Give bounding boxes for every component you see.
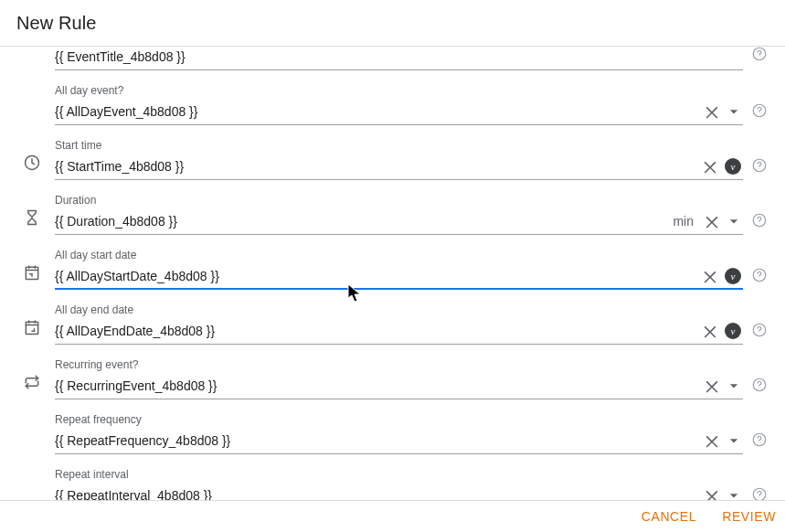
all-day-end-date-input[interactable]: {{ AllDayEndDate_4b8d08 }} (55, 324, 697, 338)
field-label: Duration (55, 194, 743, 207)
all-day-start-date-input[interactable]: {{ AllDayStartDate_4b8d08 }} (55, 269, 697, 283)
clock-icon (23, 154, 41, 175)
svg-point-11 (759, 278, 760, 279)
close-icon[interactable] (703, 486, 721, 501)
svg-point-6 (759, 168, 760, 169)
event-title-input[interactable]: {{ EventTitle_4b8d08 }} (55, 49, 743, 64)
form-body: {{ EventTitle_4b8d08 }} All day event? {… (0, 47, 785, 500)
help-icon[interactable] (751, 102, 768, 122)
variable-chip-icon[interactable]: v (725, 323, 741, 339)
svg-point-1 (759, 57, 760, 58)
variable-chip-icon[interactable]: v (725, 158, 741, 175)
help-icon[interactable] (751, 377, 768, 396)
svg-rect-9 (26, 267, 37, 279)
close-icon[interactable] (703, 212, 721, 230)
help-icon[interactable] (751, 322, 768, 341)
help-icon[interactable] (751, 212, 768, 231)
page-title: New Rule (16, 13, 97, 34)
repeat-icon (23, 373, 41, 394)
field-label: Repeat interval (55, 468, 743, 481)
svg-point-8 (759, 223, 760, 224)
field-label: Recurring event? (55, 358, 743, 371)
start-time-input[interactable]: {{ StartTime_4b8d08 }} (55, 159, 697, 174)
svg-point-20 (759, 497, 760, 498)
calendar-start-icon (23, 263, 41, 284)
field-label: All day start date (55, 249, 743, 261)
repeat-frequency-input[interactable]: {{ RepeatFrequency_4b8d08 }} (55, 433, 699, 448)
duration-unit-label: min (673, 214, 694, 229)
review-button[interactable]: REVIEW (718, 504, 780, 529)
help-icon[interactable] (751, 431, 768, 451)
help-icon[interactable] (751, 47, 768, 65)
close-icon[interactable] (703, 431, 721, 450)
field-label: Repeat frequency (55, 413, 743, 426)
close-icon[interactable] (701, 157, 719, 176)
svg-point-3 (759, 113, 760, 114)
help-icon[interactable] (751, 486, 768, 500)
svg-point-14 (759, 333, 760, 334)
field-label: Start time (55, 139, 743, 152)
field-label: All day event? (55, 84, 743, 97)
chevron-down-icon[interactable] (725, 486, 743, 501)
hourglass-icon (23, 208, 41, 229)
close-icon[interactable] (701, 267, 719, 285)
help-icon[interactable] (751, 157, 768, 176)
close-icon[interactable] (703, 102, 721, 121)
chevron-down-icon[interactable] (725, 431, 743, 450)
variable-chip-icon[interactable]: v (725, 268, 741, 284)
all-day-event-input[interactable]: {{ AllDayEvent_4b8d08 }} (55, 104, 699, 119)
chevron-down-icon[interactable] (725, 377, 743, 395)
recurring-event-input[interactable]: {{ RecurringEvent_4b8d08 }} (55, 378, 699, 393)
svg-rect-12 (26, 322, 37, 334)
svg-point-16 (759, 388, 760, 388)
calendar-end-icon (23, 318, 41, 339)
close-icon[interactable] (701, 322, 719, 340)
repeat-interval-input[interactable]: {{ RepeatInterval_4b8d08 }} (55, 488, 699, 501)
chevron-down-icon[interactable] (725, 102, 743, 121)
chevron-down-icon[interactable] (725, 212, 743, 230)
duration-input[interactable]: {{ Duration_4b8d08 }} (55, 214, 673, 229)
cancel-button[interactable]: CANCEL (638, 504, 700, 529)
help-icon[interactable] (751, 267, 768, 286)
field-label: All day end date (55, 303, 743, 316)
close-icon[interactable] (703, 377, 721, 395)
svg-point-18 (759, 442, 760, 443)
